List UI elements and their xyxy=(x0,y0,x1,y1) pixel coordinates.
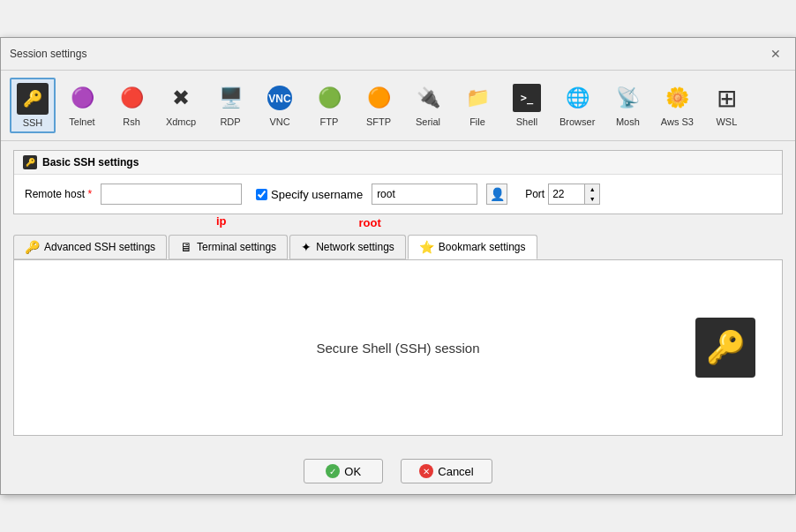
basic-ssh-title-icon: 🔑 xyxy=(23,155,37,169)
protocol-rdp[interactable]: 🖥️ RDP xyxy=(207,78,253,133)
basic-ssh-group-body: Remote host * Specify username 👤 Port ▲ xyxy=(14,175,782,214)
protocol-browser-label: Browser xyxy=(559,116,595,127)
root-annotation: root xyxy=(359,216,381,229)
dialog-title: Session settings xyxy=(10,48,86,60)
wsl-icon: ⊞ xyxy=(710,82,742,114)
protocol-toolbar: 🔑 SSH 🟣 Telnet 🔴 Rsh ✖ Xdmcp 🖥️ RDP xyxy=(1,71,795,141)
ok-icon: ✓ xyxy=(326,464,340,478)
annotations-row: ip root xyxy=(13,216,783,229)
protocol-awss3-label: Aws S3 xyxy=(661,116,694,127)
shell-icon: >_ xyxy=(511,82,543,114)
remote-host-label: Remote host * xyxy=(25,188,92,200)
rdp-icon: 🖥️ xyxy=(214,82,246,114)
protocol-sftp-label: SFTP xyxy=(366,116,391,127)
session-description: Secure Shell (SSH) session xyxy=(316,341,479,356)
ftp-icon: 🟢 xyxy=(313,82,345,114)
protocol-sftp[interactable]: 🟠 SFTP xyxy=(356,78,402,133)
file-icon: 📁 xyxy=(462,82,493,114)
tab-terminal[interactable]: 🖥 Terminal settings xyxy=(169,235,288,259)
required-marker: * xyxy=(87,188,92,200)
vnc-icon: VNC xyxy=(264,82,296,114)
protocol-rsh-label: Rsh xyxy=(123,116,140,127)
ok-button[interactable]: ✓ OK xyxy=(304,459,383,483)
protocol-serial-label: Serial xyxy=(416,116,440,127)
specify-username-checkbox-area: Specify username xyxy=(256,188,363,201)
protocol-ftp[interactable]: 🟢 FTP xyxy=(306,78,352,133)
terminal-tab-label: Terminal settings xyxy=(197,241,276,253)
protocol-rdp-label: RDP xyxy=(220,116,240,127)
close-button[interactable]: ✕ xyxy=(765,45,786,63)
ok-label: OK xyxy=(344,465,361,478)
serial-icon: 🔌 xyxy=(412,82,444,114)
protocol-telnet[interactable]: 🟣 Telnet xyxy=(59,78,105,133)
advanced-ssh-tab-icon: 🔑 xyxy=(25,240,40,254)
ssh-key-icon: 🔑 xyxy=(695,318,755,378)
network-tab-label: Network settings xyxy=(316,241,394,253)
basic-ssh-group-title: 🔑 Basic SSH settings xyxy=(14,151,782,175)
protocol-ssh-label: SSH xyxy=(23,117,43,128)
protocol-xdmcp[interactable]: ✖ Xdmcp xyxy=(158,78,204,133)
session-settings-dialog: Session settings ✕ 🔑 SSH 🟣 Telnet 🔴 Rsh … xyxy=(0,37,796,495)
ssh-icon: 🔑 xyxy=(17,83,49,115)
specify-username-label[interactable]: Specify username xyxy=(271,188,363,201)
tab-advanced-ssh[interactable]: 🔑 Advanced SSH settings xyxy=(13,235,167,259)
awss3-icon: 🌼 xyxy=(661,82,693,114)
protocol-mosh[interactable]: 📡 Mosh xyxy=(605,78,650,133)
advanced-ssh-tab-label: Advanced SSH settings xyxy=(44,241,155,253)
protocol-vnc-label: VNC xyxy=(269,116,289,127)
cancel-icon: ✕ xyxy=(419,464,433,478)
tab-network[interactable]: ✦ Network settings xyxy=(289,235,406,259)
protocol-file[interactable]: 📁 File xyxy=(454,78,500,133)
basic-ssh-group: 🔑 Basic SSH settings Remote host * Speci… xyxy=(13,150,783,214)
rsh-icon: 🔴 xyxy=(116,82,147,114)
protocol-browser[interactable]: 🌐 Browser xyxy=(553,78,601,133)
protocol-awss3[interactable]: 🌼 Aws S3 xyxy=(654,78,700,133)
port-increment-button[interactable]: ▲ xyxy=(585,184,599,194)
cancel-button[interactable]: ✕ Cancel xyxy=(401,459,492,483)
bookmark-tab-icon: ⭐ xyxy=(419,240,434,254)
protocol-serial[interactable]: 🔌 Serial xyxy=(405,78,451,133)
key-emoji: 🔑 xyxy=(706,329,746,366)
protocol-rsh[interactable]: 🔴 Rsh xyxy=(109,78,154,133)
browser-icon: 🌐 xyxy=(561,82,593,114)
protocol-ssh[interactable]: 🔑 SSH xyxy=(10,78,56,133)
protocol-xdmcp-label: Xdmcp xyxy=(166,116,196,127)
port-area: Port ▲ ▼ xyxy=(525,184,600,205)
remote-host-input[interactable] xyxy=(101,184,242,205)
protocol-vnc[interactable]: VNC VNC xyxy=(257,78,303,133)
protocol-file-label: File xyxy=(469,116,485,127)
protocol-wsl[interactable]: ⊞ WSL xyxy=(703,78,749,133)
network-tab-icon: ✦ xyxy=(301,240,312,254)
protocol-wsl-label: WSL xyxy=(716,116,737,127)
cancel-label: Cancel xyxy=(438,465,473,478)
title-bar: Session settings ✕ xyxy=(1,38,795,71)
dialog-footer: ✓ OK ✕ Cancel xyxy=(1,448,795,494)
specify-username-checkbox[interactable] xyxy=(256,189,267,200)
port-input-wrapper: ▲ ▼ xyxy=(548,184,600,205)
mosh-icon: 📡 xyxy=(612,82,643,114)
protocol-shell[interactable]: >_ Shell xyxy=(504,78,550,133)
telnet-icon: 🟣 xyxy=(66,82,98,114)
protocol-ftp-label: FTP xyxy=(320,116,339,127)
username-input[interactable] xyxy=(372,184,477,205)
user-profile-icon[interactable]: 👤 xyxy=(486,184,507,205)
ip-annotation: ip xyxy=(216,214,227,229)
tab-content-area: Secure Shell (SSH) session 🔑 xyxy=(13,259,783,436)
settings-tabs: 🔑 Advanced SSH settings 🖥 Terminal setti… xyxy=(13,235,783,259)
xdmcp-icon: ✖ xyxy=(165,82,197,114)
protocol-telnet-label: Telnet xyxy=(69,116,94,127)
svg-text:VNC: VNC xyxy=(268,93,291,105)
port-input[interactable] xyxy=(549,184,584,204)
port-label: Port xyxy=(525,188,544,200)
main-content: 🔑 Basic SSH settings Remote host * Speci… xyxy=(1,141,795,448)
port-spinners: ▲ ▼ xyxy=(584,184,599,204)
protocol-mosh-label: Mosh xyxy=(616,116,640,127)
tab-bookmark[interactable]: ⭐ Bookmark settings xyxy=(408,235,537,259)
port-decrement-button[interactable]: ▼ xyxy=(585,194,599,204)
bookmark-tab-label: Bookmark settings xyxy=(439,241,526,253)
protocol-shell-label: Shell xyxy=(516,116,537,127)
terminal-tab-icon: 🖥 xyxy=(180,240,192,254)
basic-ssh-title-text: Basic SSH settings xyxy=(42,156,139,169)
sftp-icon: 🟠 xyxy=(363,82,394,114)
